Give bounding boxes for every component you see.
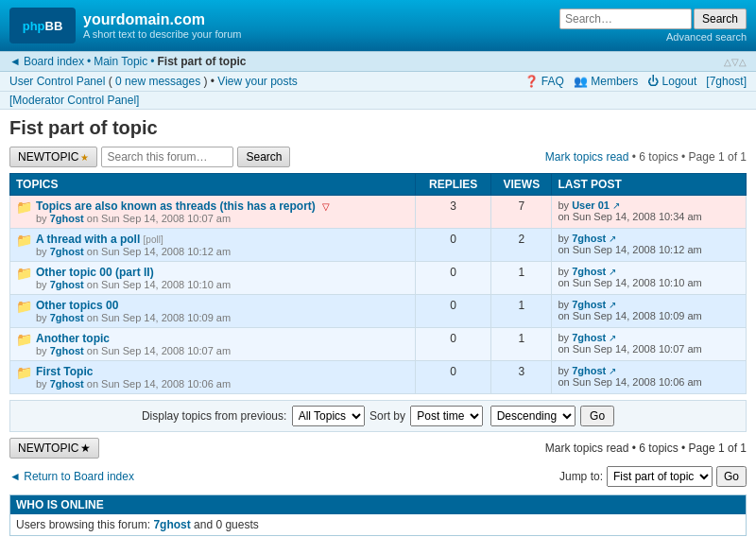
col-replies: REPLIES (416, 174, 491, 196)
topic-title-link[interactable]: Other topics 00 (36, 299, 118, 312)
views-cell: 1 (491, 262, 552, 295)
search-forum-input[interactable] (101, 147, 233, 167)
mod-control-panel-link[interactable]: [Moderator Control Panel] (9, 94, 139, 107)
filter-go-button[interactable]: Go (580, 406, 614, 426)
logo-text: yourdomain.com A short text to describe … (83, 11, 242, 40)
views-cell: 7 (491, 196, 552, 229)
last-post-author-link[interactable]: 7ghost (572, 332, 606, 343)
topics-count: 6 topics (639, 150, 678, 164)
topic-meta: by 7ghost on Sun Sep 14, 2008 10:12 am (36, 246, 231, 257)
expand-icon[interactable]: △▽△ (724, 57, 747, 67)
search-input[interactable] (559, 9, 692, 29)
topic-author-link[interactable]: 7ghost (50, 312, 84, 323)
new-topic-button-bottom[interactable]: NEWTOPIC ★ (9, 438, 99, 459)
replies-cell: 0 (416, 262, 491, 295)
last-post-author-link[interactable]: 7ghost (572, 299, 606, 310)
topics-count-bottom: 6 topics (639, 442, 678, 455)
sort-label: Sort by (369, 409, 405, 423)
goto-icon[interactable]: ↗ (609, 267, 616, 277)
last-post-cell: by 7ghost ↗ on Sun Sep 14, 2008 10:10 am (552, 262, 747, 295)
user-profile-link[interactable]: [7ghost] (706, 75, 747, 88)
topic-meta: by 7ghost on Sun Sep 14, 2008 10:07 am (36, 213, 330, 224)
topics-filter-select[interactable]: All Topics (292, 406, 365, 426)
phpbb-logo: phpBB (9, 8, 76, 43)
toolbar-bottom: NEWTOPIC ★ Mark topics read • 6 topics •… (9, 438, 747, 459)
topic-author-link[interactable]: 7ghost (50, 378, 84, 390)
modbar: [Moderator Control Panel] (0, 92, 756, 110)
table-row: 📁 A thread with a poll [poll] by 7ghost … (10, 229, 747, 262)
folder-icon: 📁 (16, 199, 32, 215)
jump-to: Jump to: Fist part of topic Go (559, 466, 747, 487)
members-link[interactable]: 👥 Members (574, 75, 638, 88)
topic-meta: by 7ghost on Sun Sep 14, 2008 10:07 am (36, 345, 231, 356)
search-row: Search (559, 9, 747, 29)
userbar: User Control Panel ( 0 new messages ) • … (0, 72, 756, 92)
last-post-cell: by 7ghost ↗ on Sun Sep 14, 2008 10:12 am (552, 229, 747, 262)
new-topic-star-bottom: ★ (80, 442, 91, 455)
new-messages-link[interactable]: 0 new messages (115, 75, 200, 88)
last-post-author-link[interactable]: 7ghost (572, 266, 606, 277)
sort-select[interactable]: Post time (410, 406, 483, 426)
return-board-index-link[interactable]: ◄ Return to Board index (9, 470, 134, 483)
last-post-author-link[interactable]: 7ghost (572, 365, 606, 376)
topic-author-link[interactable]: 7ghost (50, 213, 84, 224)
topic-title-link[interactable]: First Topic (36, 365, 93, 378)
views-cell: 1 (491, 328, 552, 361)
nav-bottom: ◄ Return to Board index Jump to: Fist pa… (9, 466, 747, 487)
mark-topics-read-link[interactable]: Mark topics read (545, 150, 629, 164)
topic-author-link[interactable]: 7ghost (50, 279, 84, 290)
breadcrumb-board-index[interactable]: Board index (24, 55, 84, 68)
mark-topics-read-link-bottom[interactable]: Mark topics read (545, 442, 629, 455)
new-topic-star: ★ (80, 152, 89, 163)
jump-go-button[interactable]: Go (716, 466, 747, 487)
online-user-link[interactable]: 7ghost (153, 518, 190, 531)
last-post-author-link[interactable]: 7ghost (572, 233, 606, 244)
topic-title-link[interactable]: Topics are also known as threads (this h… (36, 199, 316, 213)
topic-title-link[interactable]: A thread with a poll (36, 233, 140, 246)
faq-link[interactable]: ❓ FAQ (524, 75, 564, 88)
goto-icon[interactable]: ↗ (609, 234, 616, 244)
topic-title-link[interactable]: Another topic (36, 332, 110, 345)
goto-icon[interactable]: ↗ (609, 300, 616, 310)
advanced-search-link[interactable]: Advanced search (666, 31, 747, 43)
table-row: 📁 Topics are also known as threads (this… (10, 196, 747, 229)
replies-cell: 0 (416, 361, 491, 394)
last-post-author-link[interactable]: User 01 (572, 199, 610, 211)
topic-meta: by 7ghost on Sun Sep 14, 2008 10:06 am (36, 378, 231, 390)
header: phpBB yourdomain.com A short text to des… (0, 0, 756, 51)
jump-select[interactable]: Fist part of topic (607, 466, 713, 487)
poll-icon: [poll] (144, 234, 163, 245)
table-row: 📁 Other topics 00 by 7ghost on Sun Sep 1… (10, 295, 747, 328)
control-panel-link[interactable]: User Control Panel (9, 75, 105, 88)
view-posts-link[interactable]: View your posts (217, 75, 298, 88)
order-select[interactable]: Descending (490, 406, 576, 426)
mark-topics-area: Mark topics read • 6 topics • Page 1 of … (545, 150, 747, 164)
goto-icon[interactable]: ↗ (612, 200, 620, 211)
table-row: 📁 Another topic by 7ghost on Sun Sep 14,… (10, 328, 747, 361)
jump-label: Jump to: (559, 470, 603, 483)
filter-label: Display topics from previous: (142, 409, 286, 423)
breadcrumb-current: Fist part of topic (157, 55, 246, 68)
goto-icon[interactable]: ↗ (609, 333, 616, 343)
new-topic-button[interactable]: NEWTOPIC ★ (9, 147, 97, 167)
toolbar-bottom-left: NEWTOPIC ★ (9, 438, 99, 459)
report-icon[interactable]: ▽ (322, 201, 330, 212)
search-forum-button[interactable]: Search (237, 147, 290, 167)
who-online-section: WHO IS ONLINE Users browsing this forum:… (9, 494, 747, 536)
views-cell: 1 (491, 295, 552, 328)
topic-title-link[interactable]: Other topic 00 (part II) (36, 266, 154, 279)
topic-author-link[interactable]: 7ghost (50, 345, 84, 356)
return-link: ◄ Return to Board index (9, 470, 134, 483)
breadcrumb-main-topic[interactable]: Main Topic (94, 55, 147, 68)
site-tagline: A short text to describe your forum (83, 28, 242, 40)
logout-link[interactable]: ⏻ Logout (647, 75, 696, 88)
members-icon: 👥 (574, 75, 588, 88)
mark-topics-bottom: Mark topics read • 6 topics • Page 1 of … (545, 442, 747, 455)
site-domain: yourdomain.com (83, 11, 242, 28)
who-online-body: Users browsing this forum: 7ghost and 0 … (10, 514, 746, 535)
goto-icon[interactable]: ↗ (609, 366, 616, 376)
search-button[interactable]: Search (694, 9, 747, 29)
toolbar-top: NEWTOPIC ★ Search Mark topics read • 6 t… (9, 147, 747, 167)
topic-author-link[interactable]: 7ghost (50, 246, 84, 257)
table-row: 📁 Other topic 00 (part II) by 7ghost on … (10, 262, 747, 295)
